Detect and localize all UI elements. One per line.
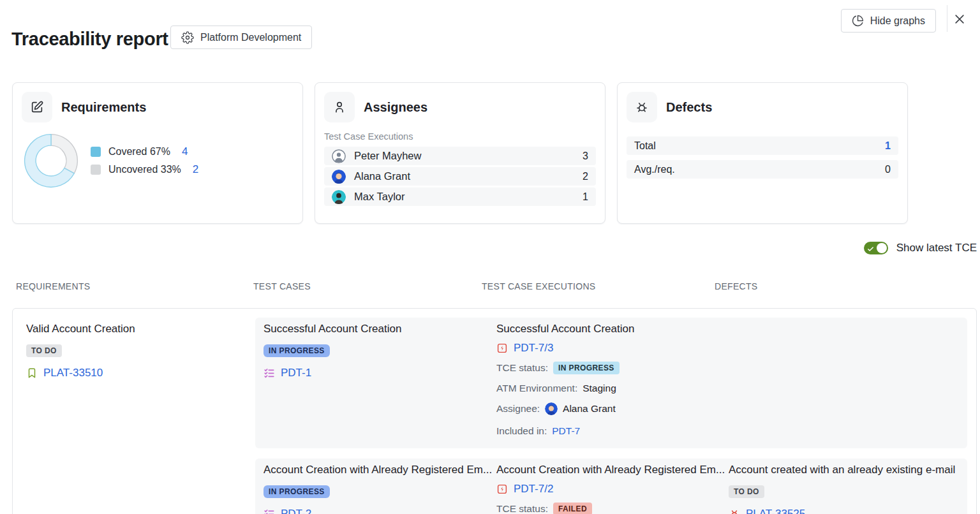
- environment-value: Staging: [583, 383, 616, 394]
- avatar-alana-grant: [332, 170, 346, 184]
- page-title: Traceability report: [11, 29, 168, 50]
- checklist-icon: [264, 367, 275, 379]
- assignees-subtitle: Test Case Executions: [324, 131, 596, 142]
- test-case-key-link[interactable]: PDT-1: [281, 367, 311, 379]
- tce-status-label: TCE status:: [496, 503, 548, 514]
- summary-cards: Requirements Covered 67% 4 Uncovered 33%…: [12, 82, 980, 224]
- show-latest-tce-label: Show latest TCE: [896, 242, 977, 254]
- defect-title: Account created with an already existing…: [729, 464, 961, 476]
- column-header-requirements: REQUIREMENTS: [16, 281, 90, 291]
- test-case-key-link[interactable]: PDT-2: [281, 508, 311, 514]
- report-header: Traceability report Platform Development…: [0, 0, 980, 82]
- table-header-row: REQUIREMENTS TEST CASES TEST CASE EXECUT…: [0, 281, 980, 294]
- tce-status-row: TCE status: FAILED: [496, 502, 729, 514]
- tce-status-badge: IN PROGRESS: [553, 362, 620, 374]
- gear-icon: [181, 31, 194, 44]
- hide-graphs-button[interactable]: Hide graphs: [841, 9, 936, 33]
- requirements-card: Requirements Covered 67% 4 Uncovered 33%…: [12, 82, 303, 224]
- bug-icon: [627, 92, 657, 122]
- included-in-label: Included in:: [496, 425, 547, 437]
- covered-label: Covered 67%: [108, 146, 170, 158]
- defects-avg-value: 0: [885, 164, 891, 175]
- assignee-row-max: Max Taylor 1: [324, 187, 596, 206]
- assignee-name: Alana Grant: [354, 170, 410, 182]
- coverage-donut-chart: [22, 131, 80, 190]
- tce-status-badge: FAILED: [553, 503, 592, 514]
- legend-uncovered: Uncovered 33% 2: [91, 163, 198, 176]
- show-latest-tce-toggle[interactable]: [864, 242, 888, 254]
- execution-key-link[interactable]: PDT-7/3: [514, 342, 553, 355]
- assignee-count: 2: [583, 171, 588, 182]
- pie-chart-icon: [852, 15, 864, 27]
- coverage-legend: Covered 67% 4 Uncovered 33% 2: [91, 140, 198, 181]
- covered-count-link[interactable]: 4: [182, 145, 188, 158]
- hide-graphs-label: Hide graphs: [870, 15, 925, 27]
- legend-covered: Covered 67% 4: [91, 145, 198, 158]
- defect-key-link[interactable]: PLAT-33525: [746, 508, 805, 514]
- assignees-card: Assignees Test Case Executions Peter May…: [315, 82, 605, 224]
- defects-card-title: Defects: [666, 100, 712, 115]
- execution-title: Successful Account Creation: [496, 323, 729, 335]
- assignee-name: Max Taylor: [354, 191, 405, 203]
- bolt-icon: [496, 483, 508, 495]
- uncovered-label: Uncovered 33%: [108, 164, 181, 175]
- bookmark-icon: [26, 367, 38, 379]
- assignee-row-alana: Alana Grant 2: [324, 167, 596, 186]
- tce-status-row: TCE status: IN PROGRESS: [496, 361, 729, 375]
- avatar-max-taylor: [332, 190, 346, 204]
- included-in-row: Included in: PDT-7: [496, 424, 729, 438]
- test-case-cell: Successful Account Creation IN PROGRESS …: [264, 323, 496, 438]
- assignees-card-title: Assignees: [364, 100, 427, 115]
- assignee-name: Alana Grant: [563, 403, 616, 415]
- avatar-alana-grant: [545, 402, 558, 415]
- requirement-cell: Valid Account Creation TO DO PLAT-33510: [13, 318, 255, 448]
- defects-total-link[interactable]: 1: [885, 140, 891, 152]
- defects-cell: [729, 323, 967, 438]
- row-card: Successful Account Creation IN PROGRESS …: [255, 318, 967, 448]
- requirement-title: Valid Account Creation: [26, 323, 242, 335]
- test-case-title: Successful Account Creation: [264, 323, 496, 335]
- defects-cell: Account created with an already existing…: [729, 464, 967, 514]
- defects-card: Defects Total 1 Avg./req. 0: [617, 82, 908, 224]
- bug-icon: [729, 508, 740, 514]
- assignee-name: Peter Mayhew: [354, 150, 421, 162]
- checklist-icon: [264, 508, 275, 514]
- status-badge: TO DO: [26, 344, 62, 357]
- table-row: Valid Account Creation TO DO PLAT-33510 …: [13, 318, 976, 448]
- execution-key-link[interactable]: PDT-7/2: [514, 483, 553, 496]
- environment-label: ATM Environment:: [496, 383, 577, 394]
- assignee-count: 3: [583, 151, 588, 162]
- column-header-test-cases: TEST CASES: [253, 281, 311, 291]
- header-divider: [947, 5, 947, 32]
- uncovered-count-link[interactable]: 2: [193, 163, 198, 176]
- check-icon: [867, 245, 874, 254]
- included-in-link[interactable]: PDT-7: [552, 425, 580, 437]
- assignee-row-peter: Peter Mayhew 3: [324, 147, 596, 165]
- status-badge: IN PROGRESS: [264, 344, 330, 357]
- show-latest-tce-row: Show latest TCE: [0, 240, 977, 256]
- test-case-cell: Account Creation with Already Registered…: [264, 464, 496, 514]
- defects-total-label: Total: [634, 140, 656, 152]
- column-header-defects: DEFECTS: [715, 281, 757, 291]
- table-row: Account Creation with Already Registered…: [13, 459, 976, 514]
- execution-title: Account Creation with Already Registered…: [496, 464, 729, 476]
- defects-avg-row: Avg./req. 0: [627, 160, 898, 179]
- row-card: Account Creation with Already Registered…: [255, 459, 967, 514]
- status-badge: IN PROGRESS: [264, 485, 330, 498]
- close-button[interactable]: [949, 9, 970, 29]
- status-badge: TO DO: [729, 485, 764, 498]
- person-icon: [324, 92, 355, 122]
- avatar-peter-mayhew: [332, 149, 346, 163]
- requirement-key-link[interactable]: PLAT-33510: [43, 367, 103, 379]
- toggle-knob: [877, 243, 887, 253]
- covered-swatch: [91, 147, 101, 157]
- assignee-row: Assignee: Alana Grant: [496, 402, 729, 416]
- column-header-test-case-executions: TEST CASE EXECUTIONS: [482, 281, 595, 291]
- traceability-table: Valid Account Creation TO DO PLAT-33510 …: [12, 308, 977, 514]
- project-selector-label: Platform Development: [200, 32, 301, 43]
- edit-icon: [22, 92, 52, 122]
- test-case-title: Account Creation with Already Registered…: [264, 464, 496, 476]
- assignee-count: 1: [583, 191, 588, 203]
- project-selector-button[interactable]: Platform Development: [170, 26, 312, 49]
- defects-stats: Total 1 Avg./req. 0: [627, 136, 898, 179]
